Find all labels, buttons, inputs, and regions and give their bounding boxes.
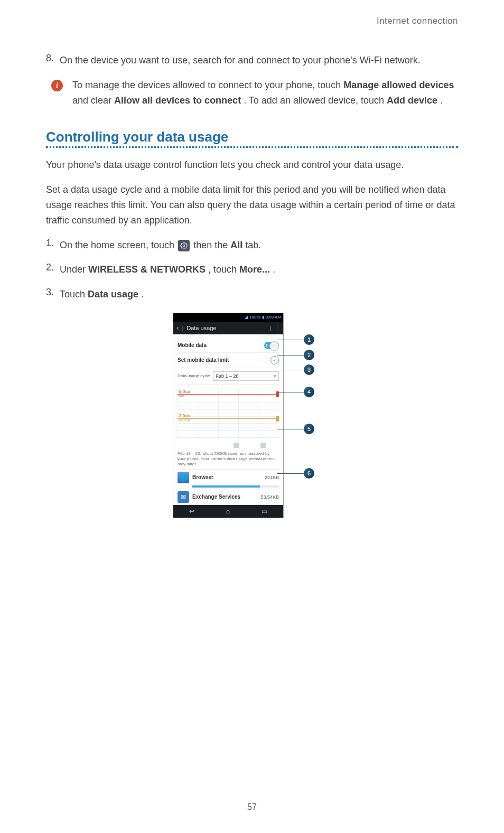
step-text: Touch Data usage . <box>60 287 458 302</box>
nav-recent-icon[interactable]: ▭ <box>262 508 267 515</box>
t: Under <box>60 264 88 275</box>
t: More... <box>239 264 270 275</box>
usage-note: Feb 18 – 25: about 290KB used, as measur… <box>178 451 279 467</box>
callout-lead <box>277 392 304 392</box>
app-name: Browser <box>192 474 262 480</box>
t: . <box>273 264 275 275</box>
step-number: 3. <box>46 287 60 302</box>
step-8: 8. On the device you want to use, search… <box>46 53 458 68</box>
callout-1: 1 <box>304 334 314 345</box>
t: . <box>141 289 144 299</box>
svg-point-0 <box>183 245 185 247</box>
step-number: 2. <box>46 262 60 277</box>
t: then the <box>193 240 230 250</box>
info-text: To manage the devices allowed to connect… <box>72 78 458 108</box>
set-limit-label: Set mobile data limit <box>178 357 229 363</box>
t: tab. <box>245 240 261 250</box>
warn-value: 2.0 <box>179 413 185 418</box>
info-pre: To manage the devices allowed to connect… <box>72 80 343 90</box>
overflow-menu-icon[interactable]: ⋮ <box>274 324 280 331</box>
info-note: i To manage the devices allowed to conne… <box>46 78 458 108</box>
signal-icon: ◢ <box>245 315 248 320</box>
warn-text: 2.0GB warning <box>179 413 190 422</box>
callout-lead <box>277 429 304 429</box>
set-limit-row: Set mobile data limit ✓ <box>178 353 279 368</box>
app-usage-bar <box>192 485 279 488</box>
nav-bar: ↩ ⌂ ▭ <box>173 505 283 518</box>
info-mid-2: . To add an allowed device, touch <box>244 95 387 106</box>
step-text: Under WIRELESS & NETWORKS , touch More..… <box>60 262 458 277</box>
warn-unit: GB <box>185 415 190 418</box>
browser-icon: 🌐 <box>178 472 189 483</box>
callout-2: 2 <box>304 350 314 360</box>
settings-icon <box>178 240 190 251</box>
mobile-data-toggle[interactable] <box>264 342 279 349</box>
callout-lead <box>277 340 304 340</box>
section-divider <box>46 146 458 148</box>
set-limit-check[interactable]: ✓ <box>270 356 279 364</box>
callout-lead <box>277 473 304 474</box>
screenshot-figure: ◢ 100% ▮ 8:08 AM ‹ | Data usage | ⋮ <box>46 313 458 518</box>
app-row-exchange[interactable]: ✉ Exchange Services 53.54KB <box>178 489 279 505</box>
limit-value: 5.0 <box>179 389 185 394</box>
callout-lead <box>277 355 304 355</box>
app-usage: 53.54KB <box>260 494 279 500</box>
nav-home-icon[interactable]: ⌂ <box>226 508 230 515</box>
section-header: Internet connection <box>46 16 458 26</box>
callout-3: 3 <box>304 364 314 375</box>
t: Data usage <box>88 289 138 299</box>
app-bar-title: Data usage <box>186 325 216 331</box>
warn-line[interactable] <box>178 418 279 419</box>
time-axis <box>178 439 279 448</box>
step-2: 2. Under WIRELESS & NETWORKS , touch Mor… <box>46 262 458 277</box>
divider: | <box>269 325 271 331</box>
t: Touch <box>60 289 88 299</box>
info-bold-2: Allow all devices to connect <box>114 95 241 106</box>
cycle-value: Feb 1 – 28 <box>216 373 238 379</box>
t: WIRELESS & NETWORKS <box>88 264 206 275</box>
callout-lead <box>277 370 304 370</box>
limit-unit: GB <box>185 390 190 394</box>
limit-text: 5.0GB limit <box>179 389 190 397</box>
battery-pct: 100% <box>249 315 260 320</box>
paragraph-2: Set a data usage cycle and a mobile data… <box>46 182 458 228</box>
page-number: 57 <box>0 802 504 812</box>
document-page: Internet connection 8. On the device you… <box>0 0 504 833</box>
info-mid-1: and clear <box>72 95 114 106</box>
time-range-handle-right[interactable] <box>260 443 266 448</box>
app-row-browser[interactable]: 🌐 Browser 221KB <box>178 469 279 488</box>
clock: 8:08 AM <box>266 315 281 320</box>
mobile-data-label: Mobile data <box>178 342 207 348</box>
cycle-row: Data usage cycle Feb 1 – 28 ▾ <box>178 368 279 385</box>
step-text: On the device you want to use, search fo… <box>60 53 458 68</box>
battery-icon: ▮ <box>262 315 264 320</box>
callout-6: 6 <box>304 468 314 479</box>
time-range-handle-left[interactable] <box>234 443 239 448</box>
t: , touch <box>208 264 239 275</box>
app-name: Exchange Services <box>192 494 257 500</box>
status-bar: ◢ 100% ▮ 8:08 AM <box>173 313 283 322</box>
usage-chart[interactable]: 5.0GB limit 2.0GB warning <box>178 388 279 438</box>
mobile-data-row: Mobile data <box>178 339 279 353</box>
divider: | <box>182 325 183 331</box>
callout-5: 5 <box>304 424 314 434</box>
limit-line[interactable] <box>178 394 279 395</box>
callout-4: 4 <box>304 387 314 397</box>
app-bar: ‹ | Data usage | ⋮ <box>173 322 283 334</box>
paragraph-1: Your phone's data usage control function… <box>46 157 458 173</box>
step-number: 8. <box>46 53 60 68</box>
nav-back-icon[interactable]: ↩ <box>189 508 194 515</box>
step-3: 3. Touch Data usage . <box>46 287 458 302</box>
chevron-down-icon: ▾ <box>274 373 276 379</box>
info-bold-3: Add device <box>387 95 437 106</box>
info-post: . <box>440 95 443 106</box>
app-usage: 221KB <box>265 475 279 480</box>
section-title: Controlling your data usage <box>46 129 458 145</box>
t: On the home screen, touch <box>60 240 177 250</box>
back-icon[interactable]: ‹ <box>176 324 179 332</box>
t: All <box>230 240 242 250</box>
exchange-icon: ✉ <box>178 491 189 503</box>
info-bold-1: Manage allowed devices <box>343 80 454 90</box>
phone-frame: ◢ 100% ▮ 8:08 AM ‹ | Data usage | ⋮ <box>173 313 284 518</box>
cycle-dropdown[interactable]: Feb 1 – 28 ▾ <box>213 371 279 381</box>
